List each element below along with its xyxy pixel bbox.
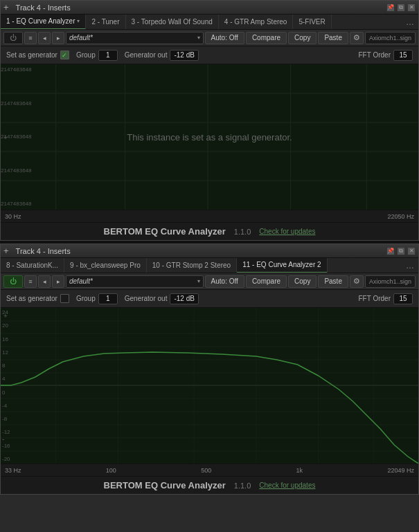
freq-high-2: 22049 Hz — [387, 467, 414, 474]
y-plus-icon-2: + — [3, 312, 8, 320]
tabs-row-2: 8 - SaturationK... 9 - bx_cleansweep Pro… — [1, 258, 418, 273]
panel-1: + Track 4 - Inserts 📌 ⧉ ✕ 1 - EQ Curve A… — [0, 0, 419, 241]
title-text-1: Track 4 - Inserts — [12, 3, 384, 12]
close-button-1[interactable]: ✕ — [407, 3, 416, 12]
next-button-2[interactable]: ▸ — [52, 275, 64, 288]
eq-curve-svg — [1, 308, 418, 464]
check-updates-link-1[interactable]: Check for updates — [259, 228, 315, 235]
power-button-1[interactable]: ⏻ — [3, 32, 23, 44]
compare-button-1[interactable]: Compare — [246, 32, 287, 44]
plus-icon[interactable]: + — [3, 2, 9, 12]
plus-icon-2[interactable]: + — [3, 246, 9, 256]
y-20: 20 — [2, 322, 10, 329]
fft-label-1: FFT Order — [359, 51, 391, 59]
group-label-2: Group — [76, 295, 96, 302]
preset-selector-2[interactable]: default* ▾ — [66, 275, 204, 288]
auto-off-button-2[interactable]: Auto: Off — [205, 275, 244, 288]
paste-button-1[interactable]: Paste — [318, 32, 348, 44]
footer-2: BERTOM EQ Curve Analyzer 1.1.0 Check for… — [1, 476, 418, 494]
pin-button-2[interactable]: 📌 — [386, 247, 395, 255]
tab-eq-curve2-label: 11 - EQ Curve Analyzer 2 — [242, 258, 321, 273]
y-0: 0 — [2, 389, 10, 396]
freq-33hz: 33 Hz — [5, 467, 21, 474]
signal-badge-1: Axiomch1..sign — [365, 32, 416, 44]
generator-checkbox-1[interactable]: ✓ — [60, 51, 69, 59]
group-input-2[interactable]: 1 — [98, 293, 118, 304]
gen-out-label-2: Generator out — [125, 295, 168, 302]
title-bar-2: + Track 4 - Inserts 📌 ⧉ ✕ — [1, 244, 418, 258]
tab-tuner-label: 2 - Tuner — [91, 15, 119, 30]
signal-badge-2: Axiomch1..sign — [365, 275, 416, 288]
auto-off-button-1[interactable]: Auto: Off — [205, 32, 244, 44]
power-button-2[interactable]: ⏻ — [3, 275, 23, 288]
group-label-1: Group — [76, 51, 96, 59]
gen-out-group-1: Generator out -12 dB — [125, 50, 199, 61]
tab-eq-curve-label: 1 - EQ Curve Analyzer — [6, 15, 75, 29]
check-updates-link-2[interactable]: Check for updates — [259, 481, 315, 489]
file-icon-2[interactable]: ≡ — [24, 275, 37, 288]
freq-500: 500 — [201, 467, 211, 474]
fft-input-1[interactable]: 15 — [393, 50, 413, 61]
fft-input-2[interactable]: 15 — [393, 293, 413, 304]
tab-saturation[interactable]: 8 - SaturationK... — [1, 258, 64, 273]
file-icon-1[interactable]: ≡ — [24, 32, 37, 44]
generator-group-2: Set as generator — [6, 294, 69, 303]
group-param-1: Group 1 — [76, 50, 118, 61]
preset-name-2: default* — [69, 277, 93, 285]
y-8: 8 — [2, 363, 10, 369]
tab-gtr-stomp[interactable]: 10 - GTR Stomp 2 Stereo — [147, 258, 237, 273]
params-row-1: Set as generator ✓ Group 1 Generator out… — [1, 46, 418, 64]
y-plus-icon-1: + — [3, 134, 8, 141]
tab-dropdown-icon[interactable]: ▾ — [77, 15, 80, 29]
tabs-more-button-2[interactable]: … — [402, 261, 418, 270]
next-button-1[interactable]: ▸ — [52, 32, 64, 44]
freq-bar-2: 33 Hz 100 500 1k 22049 Hz — [1, 464, 418, 476]
copy-button-2[interactable]: Copy — [288, 275, 317, 288]
tab-gtr-amp[interactable]: 4 - GTR Amp Stereo — [219, 15, 294, 30]
settings-button-2[interactable]: ⚙ — [350, 275, 364, 288]
display-area-1: 2147483648 2147483648 2147483648 2147483… — [1, 64, 418, 210]
copy-button-1[interactable]: Copy — [288, 32, 317, 44]
footer-version-2: 1.1.0 — [234, 481, 251, 490]
tab-eq-curve[interactable]: 1 - EQ Curve Analyzer ▾ — [1, 15, 86, 30]
tab-gtr-stomp-label: 10 - GTR Stomp 2 Stereo — [152, 258, 231, 273]
tabs-more-button[interactable]: … — [402, 17, 418, 27]
tab-tuner[interactable]: 2 - Tuner — [86, 15, 125, 30]
generator-checkbox-2[interactable] — [60, 294, 69, 303]
title-text-2: Track 4 - Inserts — [12, 247, 384, 255]
pin-button-1[interactable]: 📌 — [386, 3, 395, 12]
paste-button-2[interactable]: Paste — [318, 275, 348, 288]
close-button-2[interactable]: ✕ — [407, 247, 416, 255]
y-label-1a: 2147483648 — [1, 67, 23, 73]
preset-selector-1[interactable]: default* ▾ — [66, 32, 204, 44]
tab-torpedo[interactable]: 3 - Torpedo Wall Of Sound — [126, 15, 219, 30]
prev-button-1[interactable]: ◂ — [38, 32, 51, 44]
freq-1k: 1k — [296, 467, 303, 474]
toolbar-1: ⏻ ≡ ◂ ▸ default* ▾ Auto: Off Compare Cop… — [1, 30, 418, 46]
group-input-1[interactable]: 1 — [98, 50, 118, 61]
display-area-2[interactable]: 24 20 16 12 8 4 0 -4 -8 -12 -16 -20 - + — [1, 308, 418, 464]
tab-eq-curve2[interactable]: 11 - EQ Curve Analyzer 2 — [237, 258, 327, 273]
compare-button-2[interactable]: Compare — [246, 275, 287, 288]
tab-fiver-label: 5-FIVER — [298, 15, 325, 30]
float-button-1[interactable]: ⧉ — [397, 3, 405, 12]
preset-arrow-icon-1: ▾ — [197, 35, 200, 41]
settings-button-1[interactable]: ⚙ — [350, 32, 364, 44]
panel-2: + Track 4 - Inserts 📌 ⧉ ✕ 8 - Saturation… — [0, 244, 419, 495]
gen-out-label-1: Generator out — [125, 51, 168, 59]
tab-fiver[interactable]: 5-FIVER — [293, 15, 331, 30]
freq-high-1: 22050 Hz — [387, 213, 414, 220]
tabs-row-1: 1 - EQ Curve Analyzer ▾ 2 - Tuner 3 - To… — [1, 15, 418, 30]
y-label-1b: 2147483648 — [1, 101, 23, 107]
toolbar-2: ⏻ ≡ ◂ ▸ default* ▾ Auto: Off Compare Cop… — [1, 273, 418, 290]
gen-out-value-1[interactable]: -12 dB — [170, 50, 198, 61]
gen-out-value-2[interactable]: -12 dB — [170, 293, 198, 304]
footer-title-1: BERTOM EQ Curve Analyzer — [104, 226, 226, 237]
fft-group-1: FFT Order 15 — [359, 50, 413, 61]
params-row-2: Set as generator Group 1 Generator out -… — [1, 290, 418, 308]
prev-button-2[interactable]: ◂ — [38, 275, 51, 288]
group-param-2: Group 1 — [76, 293, 118, 304]
float-button-2[interactable]: ⧉ — [397, 247, 405, 255]
y-label-1e: 2147483648 — [1, 201, 23, 207]
tab-bx[interactable]: 9 - bx_cleansweep Pro — [64, 258, 147, 273]
